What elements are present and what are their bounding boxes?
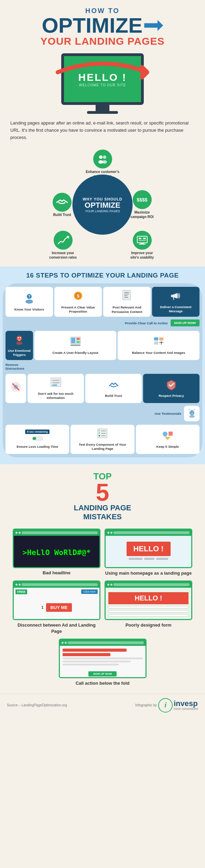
logo-circle: i bbox=[158, 698, 173, 713]
step-value-prop: $ Present A Clear Value Proposition bbox=[54, 287, 102, 317]
form-icon bbox=[50, 377, 62, 390]
svg-rect-23 bbox=[171, 295, 173, 297]
svg-point-3 bbox=[102, 160, 107, 164]
step-info: Don't ask for too much Information bbox=[28, 374, 84, 403]
step-know-visitors: ? Know Your Visitors bbox=[6, 287, 53, 317]
svg-rect-34 bbox=[71, 345, 80, 346]
step-respect-right: Respect Privacy bbox=[143, 374, 199, 403]
svg-rect-9 bbox=[143, 238, 146, 239]
why-circle-optimize: OPTIMIZE bbox=[85, 201, 120, 209]
step-build-trust: Build Trust bbox=[85, 374, 142, 403]
header-subtitle: YOUR LANDING PAGES bbox=[3, 36, 202, 46]
svg-point-28 bbox=[20, 337, 21, 338]
why-item-enhance: Enhance customer's experience bbox=[85, 150, 120, 178]
step-1-label: Know Your Visitors bbox=[14, 307, 44, 312]
layout-icon bbox=[69, 336, 82, 349]
svg-rect-53 bbox=[33, 437, 36, 440]
step-testimonials-row: Use Testimonials " " bbox=[3, 406, 202, 423]
step-11-label: Build Trust bbox=[105, 394, 122, 398]
privacy-icon bbox=[165, 379, 177, 392]
mistake-homepage: HELLO ! Using main homepage as a landing… bbox=[105, 529, 192, 576]
step-consistent: Deliver a Consistent Message bbox=[152, 287, 199, 317]
mistake-1-label: Bad headline bbox=[13, 570, 100, 575]
svg-rect-57 bbox=[99, 435, 100, 436]
svg-rect-44 bbox=[52, 382, 60, 383]
signup-cta-box: SIGN UP NOW! bbox=[171, 319, 199, 326]
svg-marker-63 bbox=[164, 437, 171, 440]
svg-text:": " bbox=[188, 409, 190, 412]
logo-name: invesp bbox=[174, 700, 198, 707]
red-arrow-icon bbox=[47, 58, 158, 86]
footer: Source – LandingPageOptimization.org Inf… bbox=[0, 694, 205, 717]
logo-sub: more conversions bbox=[174, 707, 198, 710]
step-remove-row: Remove Distractions bbox=[3, 363, 202, 372]
step-no-dist bbox=[6, 374, 26, 403]
checklist-icon bbox=[96, 428, 108, 441]
step-test: Test Every Component of Your Landing Pag… bbox=[71, 425, 134, 454]
step-6-label: Use Emotional Triggers bbox=[7, 349, 31, 357]
svg-rect-5 bbox=[137, 236, 147, 243]
svg-text:$: $ bbox=[77, 293, 79, 299]
monitor-base bbox=[87, 111, 118, 114]
timer-icon: 5 sec remaining bbox=[25, 430, 49, 443]
quote-icon: " " bbox=[184, 406, 199, 421]
svg-point-61 bbox=[163, 432, 168, 436]
svg-rect-58 bbox=[101, 431, 106, 431]
invesp-logo: i invesp more conversions bbox=[158, 698, 198, 713]
svg-rect-37 bbox=[154, 341, 158, 345]
balance-icon bbox=[153, 336, 165, 349]
svg-rect-45 bbox=[52, 384, 57, 386]
intro-text: Landing pages appear after an online ad,… bbox=[0, 116, 205, 146]
infographic-by-label: Infographic by bbox=[135, 703, 157, 707]
steps-row-4: 5 sec remaining Ensure Less Loading Time bbox=[3, 423, 202, 457]
svg-text:?: ? bbox=[28, 294, 30, 299]
visitor-icon: ? bbox=[23, 292, 35, 306]
svg-rect-59 bbox=[101, 433, 106, 434]
steps-title: 16 STEPS TO OPTIMIZE YOUR LANDING PAGE bbox=[3, 272, 202, 279]
mistake-form: HELLO ! Poorly designed form bbox=[105, 581, 192, 634]
monitor-section: HELLO ! WELCOME TO OUR SITE bbox=[0, 50, 205, 116]
svg-point-29 bbox=[16, 341, 22, 345]
step-4-label: Deliver a Consistent Message bbox=[154, 305, 198, 314]
svg-rect-35 bbox=[154, 337, 158, 340]
svg-point-27 bbox=[18, 337, 19, 338]
steps-section: 16 STEPS TO OPTIMIZE YOUR LANDING PAGE ?… bbox=[0, 267, 205, 464]
step-cta-row: Provide Clear Call to Action SIGN UP NOW… bbox=[3, 319, 202, 329]
document-icon bbox=[121, 290, 133, 304]
step-emotional: Use Emotional Triggers bbox=[6, 331, 33, 360]
chart-icon bbox=[54, 231, 73, 250]
step-simple: Keep it Simple bbox=[136, 425, 199, 454]
why-circle: WHY YOU SHOULD OPTIMIZE YOUR LANDING PAG… bbox=[73, 175, 133, 235]
megaphone-icon bbox=[170, 290, 182, 304]
svg-point-24 bbox=[177, 293, 180, 299]
emotion-icon bbox=[13, 334, 25, 347]
mistake-fold: SIGN UP NOW Call action below the fold bbox=[59, 639, 147, 686]
step-8-label: Balance Your Content And Images bbox=[132, 351, 185, 355]
svg-rect-8 bbox=[139, 238, 141, 239]
mistake-bad-headline: >HeLlO WoRlD#@* Bad headline bbox=[13, 529, 100, 576]
shapes-icon bbox=[162, 430, 174, 443]
svg-point-41 bbox=[14, 385, 18, 389]
svg-text:": " bbox=[194, 409, 195, 412]
step-balance: Balance Your Content And Images bbox=[118, 331, 199, 360]
steps-row-3: Don't ask for too much Information Build… bbox=[3, 372, 202, 406]
svg-rect-10 bbox=[139, 240, 146, 241]
mistake-disconnect: FREE Click here 1 BUY ME Disconnect betw… bbox=[13, 581, 100, 634]
conversion-label: Increase your conversion rates bbox=[47, 251, 78, 260]
svg-rect-36 bbox=[159, 337, 163, 340]
mistakes-title: TOP 5 LANDING PAGEMISTAKES bbox=[5, 471, 200, 522]
svg-rect-33 bbox=[76, 341, 80, 343]
step-7-label: Create A User-friendly Layout bbox=[52, 351, 98, 355]
mistake-2-label: Using main homepage as a landing page bbox=[105, 570, 192, 576]
usability-label: Improve your site's usability bbox=[127, 251, 158, 260]
step-content: Post Relevant And Persuasive Content bbox=[103, 287, 151, 317]
step-16-label: Keep it Simple bbox=[157, 445, 179, 449]
step-5-label: Provide Clear Call to Action bbox=[125, 321, 168, 325]
svg-point-1 bbox=[103, 155, 106, 159]
handshake2-icon bbox=[108, 379, 120, 392]
svg-point-47 bbox=[190, 411, 191, 412]
svg-line-25 bbox=[173, 297, 174, 300]
svg-rect-43 bbox=[52, 380, 60, 381]
steps-row-1: ? Know Your Visitors $ Present A Clear V… bbox=[3, 283, 202, 319]
step-13-label: Use Testimonials bbox=[155, 412, 181, 415]
